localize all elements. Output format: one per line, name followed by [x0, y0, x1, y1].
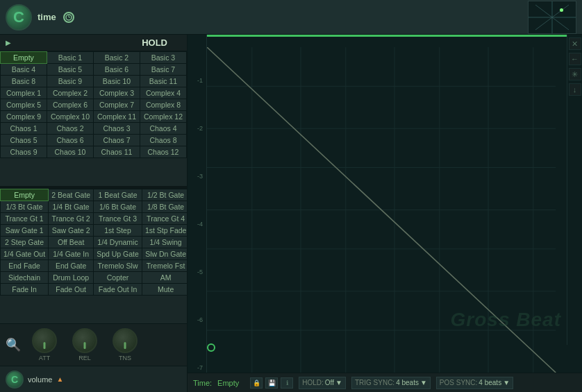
preset-cell[interactable]: Complex 10 — [47, 111, 94, 123]
preset-cell[interactable]: 1/2 Bt Gate — [142, 189, 187, 201]
status-icon-lock[interactable]: 🔒 — [250, 377, 263, 389]
preset-cell[interactable]: Complex 12 — [140, 111, 187, 123]
magnify-icon[interactable]: 🔍 — [6, 337, 21, 352]
preset-cell[interactable]: Chaos 9 — [1, 146, 47, 158]
preset-cell[interactable]: Chaos 11 — [94, 146, 140, 158]
trig-dropdown[interactable]: TRIG SYNC: 4 beats ▼ — [351, 377, 431, 389]
preset-cell[interactable]: Empty — [1, 52, 47, 64]
preset-cell[interactable]: Fade In — [1, 284, 49, 296]
preset-cell[interactable]: Basic 2 — [94, 52, 140, 64]
preset-cell[interactable]: 1/4 Gate Out — [1, 248, 49, 260]
preset-cell[interactable]: 1st Step — [94, 225, 142, 237]
preset-cell[interactable]: Complex 5 — [1, 99, 47, 111]
preset-cell[interactable]: Complex 2 — [47, 87, 94, 99]
preset-cell[interactable]: Complex 8 — [140, 99, 187, 111]
preset-cell[interactable]: Chaos 5 — [1, 135, 47, 146]
preset-cell[interactable]: Saw Gate 1 — [1, 225, 49, 237]
xy-pad[interactable] — [528, 1, 576, 34]
preset-cell[interactable]: 1/6 Bt Gate — [94, 201, 142, 213]
knob-tns[interactable] — [113, 328, 138, 353]
preset-cell[interactable]: Basic 8 — [1, 76, 47, 87]
preset-cell[interactable]: Basic 7 — [140, 64, 187, 76]
preset-cell[interactable]: Spd Up Gate — [94, 248, 142, 260]
knob-att[interactable] — [32, 328, 57, 353]
y-axis-label: -3 — [189, 173, 205, 180]
preset-cell[interactable]: Complex 3 — [94, 87, 140, 99]
preset-cell[interactable]: Basic 10 — [94, 76, 140, 87]
preset-cell[interactable]: Empty — [1, 189, 49, 201]
vol-label: volume — [28, 375, 52, 384]
tool-btn-arrow[interactable]: ← — [569, 53, 581, 65]
preset-cell[interactable]: Complex 11 — [94, 111, 140, 123]
preset-cell[interactable]: 1/3 Bt Gate — [1, 201, 49, 213]
preset-cell[interactable]: Complex 7 — [94, 99, 140, 111]
preset-cell[interactable]: Drum Loop — [49, 272, 94, 284]
preset-cell[interactable]: Tremelo Slw — [94, 260, 142, 272]
preset-cell[interactable]: End Fade — [1, 260, 49, 272]
preset-cell[interactable]: Trance Gt 3 — [94, 213, 142, 225]
preset-cell[interactable]: Chaos 12 — [140, 146, 187, 158]
preset-cell[interactable]: Mute — [142, 284, 187, 296]
tool-btn-x[interactable]: ✕ — [569, 37, 581, 50]
preset-cell[interactable]: Saw Gate 2 — [49, 225, 94, 237]
status-icon-save[interactable]: 💾 — [265, 377, 278, 389]
y-axis-label: -4 — [189, 221, 205, 228]
preset-cell[interactable]: Basic 1 — [47, 52, 94, 64]
grid-area: -1-2-3-4-5-6-7 — [188, 35, 582, 373]
preset-cell[interactable]: 1/8 Bt Gate — [142, 201, 187, 213]
hold-label: HOLD — [142, 37, 167, 48]
preset-cell[interactable]: Chaos 1 — [1, 123, 47, 135]
preset-cell[interactable]: Slw Dn Gate — [142, 248, 187, 260]
preset-cell[interactable]: Trance Gt 4 — [142, 213, 187, 225]
hold-dropdown-arrow: ▼ — [335, 379, 342, 386]
preset-cell[interactable]: End Gate — [49, 260, 94, 272]
preset-cell[interactable]: 1st Stp Fade — [142, 225, 187, 237]
preset-cell[interactable]: Fade Out In — [94, 284, 142, 296]
play-button[interactable]: ▶ — [6, 39, 11, 46]
preset-cell[interactable]: 1/4 Dynamic — [94, 237, 142, 248]
preset-cell[interactable]: Trance Gt 1 — [1, 213, 49, 225]
preset-cell[interactable]: Basic 11 — [140, 76, 187, 87]
preset-cell[interactable]: Complex 1 — [1, 87, 47, 99]
preset-cell[interactable]: AM — [142, 272, 187, 284]
preset-cell[interactable]: Basic 9 — [47, 76, 94, 87]
preset-cell[interactable]: Chaos 8 — [140, 135, 187, 146]
preset-cell[interactable]: Chaos 6 — [47, 135, 94, 146]
preset-cell[interactable]: 1/4 Gate In — [49, 248, 94, 260]
preset-cell[interactable]: Trance Gt 2 — [49, 213, 94, 225]
preset-cell[interactable]: Complex 4 — [140, 87, 187, 99]
preset-cell[interactable]: Basic 4 — [1, 64, 47, 76]
preset-cell[interactable]: Basic 6 — [94, 64, 140, 76]
preset-cell[interactable]: Complex 6 — [47, 99, 94, 111]
grid-lines[interactable] — [207, 47, 582, 373]
preset-cell[interactable]: 1 Beat Gate — [94, 189, 142, 201]
preset-cell[interactable]: 1/4 Bt Gate — [49, 201, 94, 213]
preset-cell[interactable]: Chaos 2 — [47, 123, 94, 135]
preset-cell[interactable]: Chaos 3 — [94, 123, 140, 135]
trig-dropdown-arrow: ▼ — [420, 379, 427, 386]
preset-cell[interactable]: 2 Beat Gate — [49, 189, 94, 201]
preset-cell[interactable]: 1/4 Swing — [142, 237, 187, 248]
right-panel: -1-2-3-4-5-6-7 — [188, 35, 582, 392]
preset-cell[interactable]: Complex 9 — [1, 111, 47, 123]
knob-rel[interactable] — [72, 328, 97, 353]
preset-section-bottom: Empty2 Beat Gate1 Beat Gate1/2 Bt Gate1/… — [0, 189, 187, 323]
preset-cell[interactable]: Sidechain — [1, 272, 49, 284]
preset-cell[interactable]: Chaos 4 — [140, 123, 187, 135]
preset-cell[interactable]: 2 Step Gate — [1, 237, 49, 248]
preset-cell[interactable]: Tremelo Fst — [142, 260, 187, 272]
pos-dropdown[interactable]: POS SYNC: 4 beats ▼ — [436, 377, 513, 389]
preset-cell[interactable]: Basic 3 — [140, 52, 187, 64]
preset-cell[interactable]: Fade Out — [49, 284, 94, 296]
preset-cell[interactable]: Chaos 7 — [94, 135, 140, 146]
preset-cell[interactable]: Off Beat — [49, 237, 94, 248]
tool-btn-down[interactable]: ↓ — [569, 83, 581, 96]
status-icon-info[interactable]: ℹ — [281, 377, 293, 389]
header: C time — [0, 0, 582, 35]
right-toolbar: ✕ ← ✳ ↓ — [567, 35, 582, 345]
tool-btn-star[interactable]: ✳ — [569, 68, 581, 80]
preset-cell[interactable]: Chaos 10 — [47, 146, 94, 158]
preset-cell[interactable]: Basic 5 — [47, 64, 94, 76]
preset-cell[interactable]: Copter — [94, 272, 142, 284]
hold-dropdown[interactable]: HOLD: Off ▼ — [299, 377, 346, 389]
